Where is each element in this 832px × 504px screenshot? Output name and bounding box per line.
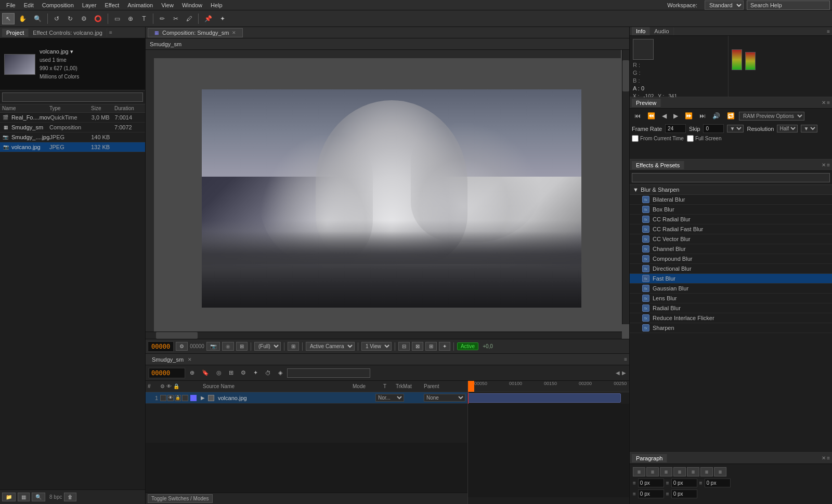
viewer-color-btn[interactable]: ◉	[222, 342, 234, 351]
tool-redo[interactable]: ↻	[64, 13, 76, 24]
timeline-scroll-left[interactable]: ◀	[616, 370, 620, 376]
effect-fast-blur[interactable]: fx Fast Blur	[630, 274, 832, 284]
search-input[interactable]	[747, 1, 830, 10]
menu-layer[interactable]: Layer	[78, 2, 101, 8]
tool-rect[interactable]: ▭	[111, 13, 123, 24]
menu-composition[interactable]: Composition	[38, 2, 78, 8]
effects-panel-close[interactable]: ✕	[822, 162, 826, 168]
para-justify-center[interactable]: ≡	[687, 467, 699, 476]
paragraph-panel-menu[interactable]: ≡	[827, 455, 830, 461]
viewer-scrollbar-v[interactable]	[622, 50, 629, 324]
effect-directional-blur[interactable]: fx Directional Blur	[630, 264, 832, 274]
new-folder-btn[interactable]: 📁	[2, 493, 16, 501]
para-indent-input-1[interactable]	[638, 479, 664, 487]
preview-from-current-check[interactable]	[632, 135, 639, 142]
effect-channel-blur[interactable]: fx Channel Blur	[630, 244, 832, 254]
tool-select[interactable]: ↖	[2, 13, 15, 24]
tab-project[interactable]: Project	[2, 29, 29, 37]
tool-zoom[interactable]: 🔍	[31, 13, 45, 24]
tool-scissors[interactable]: ✂	[170, 13, 182, 24]
tool-star[interactable]: ✦	[216, 13, 229, 24]
project-item-volcano[interactable]: 📷 volcano.jpg JPEG 132 KB	[0, 142, 145, 152]
comp-tab-smudgy[interactable]: ▦ Composition: Smudgy_sm ✕	[148, 28, 243, 37]
tool-settings[interactable]: ⚙	[77, 13, 90, 24]
layer-row-1[interactable]: 1 👁 🔒 ▶ volcano.jpg	[146, 392, 467, 404]
effects-search-input[interactable]	[632, 173, 830, 182]
prev-mode-dropdown[interactable]: RAM Preview Options	[739, 112, 804, 121]
effect-sharpen[interactable]: fx Sharpen	[630, 323, 832, 333]
preview-skip-dropdown[interactable]: ▼	[727, 125, 744, 132]
playhead-marker[interactable]	[468, 381, 474, 392]
layer-name-1[interactable]: volcano.jpg	[208, 395, 373, 401]
tool-pin[interactable]: 📌	[201, 13, 215, 24]
effect-cc-radial-blur[interactable]: fx CC Radial Blur	[630, 215, 832, 224]
menu-effect[interactable]: Effect	[100, 2, 123, 8]
menu-view[interactable]: View	[157, 2, 178, 8]
para-align-center[interactable]: ≡	[646, 467, 659, 476]
tl-btn-expr[interactable]: ✦	[251, 368, 261, 378]
viewer-canvas[interactable]	[146, 50, 629, 339]
preview-frame-rate-input[interactable]	[665, 124, 686, 133]
tl-btn-motion[interactable]: ⚙	[238, 368, 249, 378]
prev-btn-play-fwd[interactable]: ⏩	[682, 111, 695, 121]
prev-btn-play-back[interactable]: ◀	[659, 111, 669, 121]
comp-tab-close[interactable]: ✕	[232, 30, 236, 35]
preview-resolution-dropdown[interactable]: Half	[777, 125, 798, 132]
viewer-settings-btn[interactable]: ⚙	[176, 342, 188, 351]
effect-compound-blur[interactable]: fx Compound Blur	[630, 254, 832, 264]
effect-gaussian-blur[interactable]: fx Gaussian Blur	[630, 284, 832, 294]
para-indent-input-2[interactable]	[671, 479, 697, 487]
preview-panel-menu[interactable]: ≡	[827, 100, 830, 105]
tool-brush[interactable]: 🖊	[183, 13, 196, 24]
effect-cc-vector-blur[interactable]: fx CC Vector Blur	[630, 234, 832, 244]
viewer-grid2-btn[interactable]: ⊞	[288, 342, 299, 351]
tl-btn-solo[interactable]: ◎	[214, 368, 224, 378]
workspace-dropdown[interactable]: Standard	[705, 1, 744, 10]
preview-skip-input[interactable]	[703, 124, 724, 133]
color-depth-indicator[interactable]: 8 bpc	[49, 494, 62, 500]
tool-pen[interactable]: ✏	[156, 13, 168, 24]
viewer-layout-btn[interactable]: ⊟	[398, 342, 410, 351]
tab-effect-controls[interactable]: Effect Controls: volcano.jpg	[29, 29, 107, 37]
layer-shy-1[interactable]	[182, 395, 188, 401]
timeline-search-input[interactable]	[287, 368, 370, 378]
scrollbar-thumb-v[interactable]	[622, 60, 629, 91]
project-item-realfo[interactable]: 🎬 Real_Fo....mov QuickTime 3,0 MB 7:0014	[0, 113, 145, 123]
effect-cc-radial-fast-blur[interactable]: fx CC Radial Fast Blur	[630, 224, 832, 234]
tool-circle[interactable]: ⭕	[91, 13, 105, 24]
timeline-panel-menu[interactable]: ≡	[624, 356, 627, 362]
effects-panel-menu[interactable]: ≡	[827, 162, 830, 168]
para-margin-input-1[interactable]	[638, 489, 664, 498]
prev-btn-play[interactable]: ▶	[671, 111, 681, 121]
timeline-tab-close[interactable]: ✕	[188, 357, 192, 362]
timeline-content-area[interactable]: 00050 00100 00150 00200 00250 00300 0035…	[468, 381, 629, 504]
menu-file[interactable]: File	[2, 2, 20, 8]
timeline-timecode-input[interactable]	[149, 368, 185, 378]
viewer-timecode[interactable]: 00000	[148, 341, 174, 352]
viewer-view-dropdown[interactable]: 1 View	[361, 342, 392, 351]
viewer-safe-btn[interactable]: ⊠	[412, 342, 423, 351]
viewer-3d-btn[interactable]: ⊞	[425, 342, 437, 351]
scrollbar-thumb-h[interactable]	[156, 332, 198, 339]
tl-btn-markers[interactable]: 🔖	[199, 368, 212, 378]
para-indent-input-3[interactable]	[705, 479, 731, 487]
para-margin-input-2[interactable]	[671, 489, 697, 498]
menu-edit[interactable]: Edit	[20, 2, 38, 8]
switch-modes-btn[interactable]: Toggle Switches / Modes	[148, 494, 213, 503]
timeline-scroll-right[interactable]: ▶	[622, 370, 626, 376]
tool-hand[interactable]: ✋	[16, 13, 30, 24]
effect-category-blur-sharpen[interactable]: ▼ Blur & Sharpen	[630, 185, 832, 195]
viewer-pixel-btn[interactable]: ✦	[439, 342, 450, 351]
prev-btn-loop[interactable]: 🔁	[724, 111, 737, 121]
menu-window[interactable]: Window	[178, 2, 206, 8]
para-align-left[interactable]: ≡	[633, 467, 645, 476]
para-align-right[interactable]: ≡	[660, 467, 672, 476]
effect-radial-blur[interactable]: fx Radial Blur	[630, 303, 832, 313]
prev-btn-first[interactable]: ⏮	[632, 111, 643, 121]
preview-from-current-label[interactable]: From Current Time	[632, 135, 684, 142]
prev-btn-audio[interactable]: 🔊	[710, 111, 723, 121]
layer-bar-volcano[interactable]	[468, 393, 621, 403]
preview-full-screen-label[interactable]: Full Screen	[687, 135, 722, 142]
tab-preview[interactable]: Preview	[632, 99, 661, 107]
timeline-tab-smudgy[interactable]: Smudgy_sm	[148, 356, 188, 363]
